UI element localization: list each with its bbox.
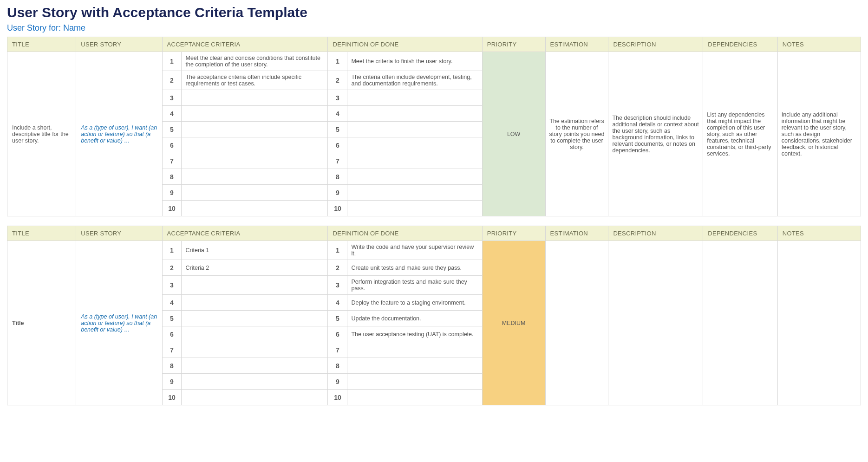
ac-number: 1 — [162, 52, 182, 71]
definition-of-done-cell[interactable] — [347, 390, 482, 405]
dependencies-cell[interactable] — [703, 241, 778, 405]
definition-of-done-cell[interactable] — [347, 185, 482, 201]
story-title: Include a short, descriptive title for t… — [7, 52, 76, 216]
header-estimation: ESTIMATION — [545, 226, 608, 241]
definition-of-done-cell[interactable]: Create unit tests and make sure they pas… — [347, 260, 482, 276]
header-acceptance-criteria: ACCEPTANCE CRITERIA — [162, 37, 328, 52]
acceptance-criteria-cell[interactable] — [182, 169, 328, 185]
acceptance-criteria-cell[interactable]: Criteria 1 — [182, 241, 328, 260]
dod-number: 8 — [328, 358, 347, 374]
header-definition-of-done: DEFINITION OF DONE — [328, 37, 482, 52]
definition-of-done-cell[interactable]: Deploy the feature to a staging environm… — [347, 295, 482, 311]
ac-number: 9 — [162, 185, 182, 201]
header-description: DESCRIPTION — [608, 37, 703, 52]
acceptance-criteria-cell[interactable] — [182, 153, 328, 169]
ac-number: 4 — [162, 295, 182, 311]
dod-number: 4 — [328, 106, 347, 122]
acceptance-criteria-cell[interactable]: Criteria 2 — [182, 260, 328, 276]
header-notes: NOTES — [777, 226, 861, 241]
ac-number: 1 — [162, 241, 182, 260]
definition-of-done-cell[interactable] — [347, 153, 482, 169]
acceptance-criteria-cell[interactable] — [182, 276, 328, 295]
page-subtitle: User Story for: Name — [7, 23, 861, 33]
header-estimation: ESTIMATION — [545, 37, 608, 52]
definition-of-done-cell[interactable] — [347, 201, 482, 216]
acceptance-criteria-cell[interactable] — [182, 342, 328, 358]
dod-number: 1 — [328, 52, 347, 71]
definition-of-done-cell[interactable]: The user acceptance testing (UAT) is com… — [347, 326, 482, 342]
dod-number: 3 — [328, 90, 347, 106]
dod-number: 8 — [328, 169, 347, 185]
ac-number: 5 — [162, 311, 182, 326]
definition-of-done-cell[interactable]: The criteria often include development, … — [347, 71, 482, 90]
header-priority: PRIORITY — [482, 226, 545, 241]
description-cell[interactable]: The description should include additiona… — [608, 52, 703, 216]
acceptance-criteria-cell[interactable] — [182, 122, 328, 137]
definition-of-done-cell[interactable]: Meet the criteria to finish the user sto… — [347, 52, 482, 71]
acceptance-criteria-cell[interactable] — [182, 358, 328, 374]
definition-of-done-cell[interactable] — [347, 122, 482, 137]
notes-cell[interactable] — [777, 241, 861, 405]
dod-number: 4 — [328, 295, 347, 311]
definition-of-done-cell[interactable]: Write the code and have your supervisor … — [347, 241, 482, 260]
user-story-text: As a (type of user), I want (an action o… — [76, 241, 162, 405]
definition-of-done-cell[interactable] — [347, 169, 482, 185]
header-user-story: USER STORY — [76, 226, 162, 241]
header-title: TITLE — [7, 37, 76, 52]
ac-number: 3 — [162, 90, 182, 106]
ac-number: 7 — [162, 342, 182, 358]
ac-number: 6 — [162, 137, 182, 153]
dod-number: 6 — [328, 137, 347, 153]
header-user-story: USER STORY — [76, 37, 162, 52]
ac-number: 8 — [162, 169, 182, 185]
description-cell[interactable] — [608, 241, 703, 405]
definition-of-done-cell[interactable] — [347, 90, 482, 106]
acceptance-criteria-cell[interactable] — [182, 311, 328, 326]
ac-number: 2 — [162, 71, 182, 90]
acceptance-criteria-cell[interactable] — [182, 374, 328, 390]
acceptance-criteria-cell[interactable]: The acceptance criteria often include sp… — [182, 71, 328, 90]
priority-cell: MEDIUM — [482, 241, 545, 405]
acceptance-criteria-cell[interactable] — [182, 106, 328, 122]
header-dependencies: DEPENDENCIES — [703, 226, 778, 241]
estimation-cell[interactable]: The estimation refers to the number of s… — [545, 52, 608, 216]
ac-number: 10 — [162, 201, 182, 216]
ac-number: 5 — [162, 122, 182, 137]
header-notes: NOTES — [777, 37, 861, 52]
acceptance-criteria-cell[interactable] — [182, 137, 328, 153]
definition-of-done-cell[interactable]: Perform integration tests and make sure … — [347, 276, 482, 295]
dod-number: 2 — [328, 71, 347, 90]
acceptance-criteria-cell[interactable] — [182, 185, 328, 201]
acceptance-criteria-cell[interactable] — [182, 326, 328, 342]
story-block: TITLE USER STORY ACCEPTANCE CRITERIA DEF… — [7, 226, 861, 405]
acceptance-criteria-cell[interactable] — [182, 201, 328, 216]
definition-of-done-cell[interactable] — [347, 106, 482, 122]
header-definition-of-done: DEFINITION OF DONE — [328, 226, 482, 241]
dod-number: 6 — [328, 326, 347, 342]
definition-of-done-cell[interactable] — [347, 374, 482, 390]
story-block: TITLE USER STORY ACCEPTANCE CRITERIA DEF… — [7, 37, 861, 216]
dod-number: 7 — [328, 153, 347, 169]
definition-of-done-cell[interactable] — [347, 137, 482, 153]
dod-number: 3 — [328, 276, 347, 295]
definition-of-done-cell[interactable]: Update the documentation. — [347, 311, 482, 326]
header-dependencies: DEPENDENCIES — [703, 37, 778, 52]
dod-number: 10 — [328, 390, 347, 405]
header-priority: PRIORITY — [482, 37, 545, 52]
definition-of-done-cell[interactable] — [347, 358, 482, 374]
dod-number: 5 — [328, 122, 347, 137]
acceptance-criteria-cell[interactable] — [182, 295, 328, 311]
acceptance-criteria-cell[interactable]: Meet the clear and concise conditions th… — [182, 52, 328, 71]
dod-number: 9 — [328, 185, 347, 201]
page-title: User Story with Acceptance Criteria Temp… — [7, 5, 861, 20]
notes-cell[interactable]: Include any additional information that … — [777, 52, 861, 216]
dod-number: 7 — [328, 342, 347, 358]
story-title: Title — [7, 241, 76, 405]
dependencies-cell[interactable]: List any dependencies that might impact … — [703, 52, 778, 216]
dod-number: 10 — [328, 201, 347, 216]
acceptance-criteria-cell[interactable] — [182, 90, 328, 106]
ac-number: 7 — [162, 153, 182, 169]
estimation-cell[interactable] — [545, 241, 608, 405]
definition-of-done-cell[interactable] — [347, 342, 482, 358]
acceptance-criteria-cell[interactable] — [182, 390, 328, 405]
